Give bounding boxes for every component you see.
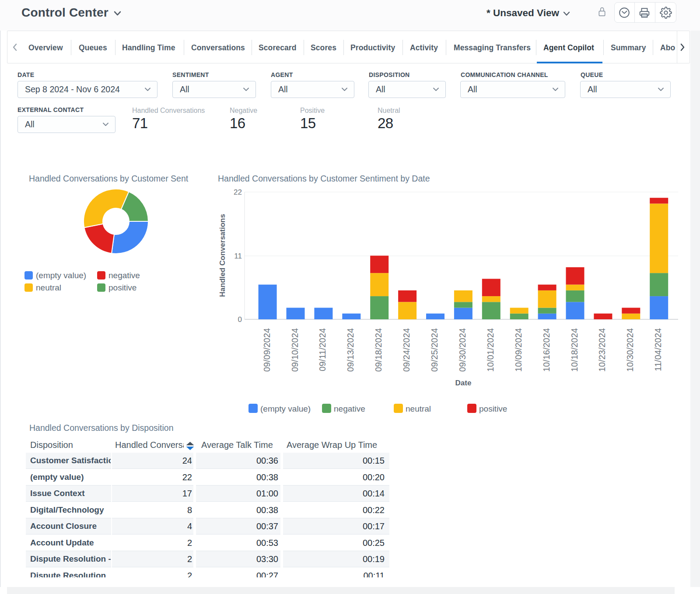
svg-text:09/09/2024: 09/09/2024 <box>262 328 272 372</box>
svg-text:10/01/2024: 10/01/2024 <box>486 328 495 372</box>
svg-text:09/25/2024: 09/25/2024 <box>430 328 439 372</box>
svg-text:09/11/2024: 09/11/2024 <box>318 328 327 371</box>
svg-text:10/18/2024: 10/18/2024 <box>570 328 579 372</box>
svg-text:09/18/2024: 09/18/2024 <box>374 328 383 372</box>
svg-text:Date: Date <box>455 379 472 387</box>
svg-text:Handled Conversations: Handled Conversations <box>218 214 227 297</box>
svg-text:11/04/2024: 11/04/2024 <box>653 328 663 371</box>
svg-text:09/10/2024: 09/10/2024 <box>290 328 300 372</box>
svg-text:11: 11 <box>234 252 242 260</box>
svg-text:09/13/2024: 09/13/2024 <box>346 328 355 372</box>
svg-text:10/09/2024: 10/09/2024 <box>514 328 523 372</box>
svg-text:0: 0 <box>238 315 242 324</box>
svg-text:10/30/2024: 10/30/2024 <box>625 328 635 372</box>
svg-text:10/23/2024: 10/23/2024 <box>597 328 607 372</box>
svg-text:09/24/2024: 09/24/2024 <box>402 328 411 372</box>
svg-text:10/16/2024: 10/16/2024 <box>542 328 551 372</box>
svg-text:09/30/2024: 09/30/2024 <box>458 328 467 372</box>
svg-text:22: 22 <box>234 188 242 196</box>
